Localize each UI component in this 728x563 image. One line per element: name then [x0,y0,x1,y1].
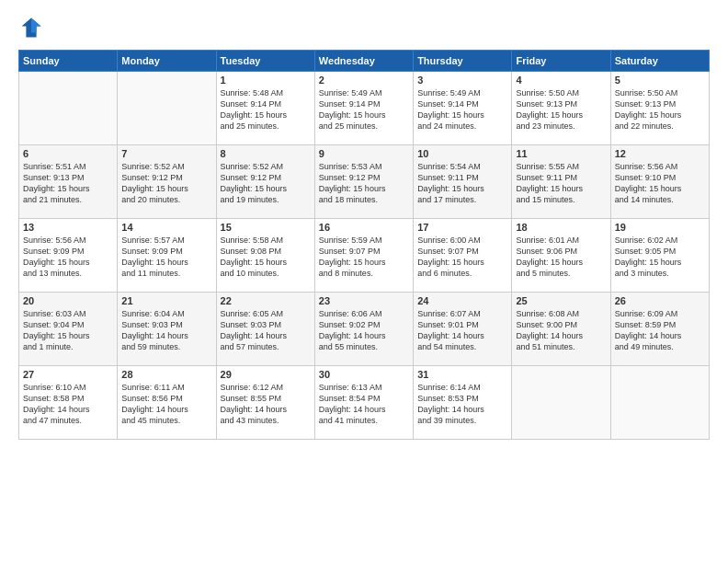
day-number: 14 [121,222,211,233]
col-header-monday: Monday [118,51,216,72]
day-cell: 8Sunrise: 5:52 AM Sunset: 9:12 PM Daylig… [216,145,314,219]
day-info: Sunrise: 6:07 AM Sunset: 9:01 PM Dayligh… [417,308,507,353]
day-info: Sunrise: 6:11 AM Sunset: 8:56 PM Dayligh… [121,382,211,427]
day-cell: 26Sunrise: 6:09 AM Sunset: 8:59 PM Dayli… [610,293,709,366]
day-info: Sunrise: 6:02 AM Sunset: 9:05 PM Dayligh… [615,235,705,280]
col-header-friday: Friday [512,51,610,72]
day-cell: 12Sunrise: 5:56 AM Sunset: 9:10 PM Dayli… [610,145,709,219]
day-number: 2 [319,75,409,86]
day-info: Sunrise: 5:58 AM Sunset: 9:08 PM Dayligh… [221,235,311,280]
day-info: Sunrise: 6:05 AM Sunset: 9:03 PM Dayligh… [221,308,311,353]
day-number: 11 [516,148,606,159]
page: SundayMondayTuesdayWednesdayThursdayFrid… [0,0,728,563]
day-info: Sunrise: 5:53 AM Sunset: 9:12 PM Dayligh… [319,161,409,206]
day-cell: 20Sunrise: 6:03 AM Sunset: 9:04 PM Dayli… [19,293,118,366]
calendar-header-row: SundayMondayTuesdayWednesdayThursdayFrid… [19,51,710,72]
day-number: 28 [121,369,211,380]
day-cell: 30Sunrise: 6:13 AM Sunset: 8:54 PM Dayli… [314,366,413,440]
week-row-4: 20Sunrise: 6:03 AM Sunset: 9:04 PM Dayli… [19,293,710,366]
day-cell: 31Sunrise: 6:14 AM Sunset: 8:53 PM Dayli… [414,366,512,440]
day-number: 5 [615,75,705,86]
day-info: Sunrise: 6:04 AM Sunset: 9:03 PM Dayligh… [121,308,211,353]
day-info: Sunrise: 5:54 AM Sunset: 9:11 PM Dayligh… [417,161,507,206]
col-header-tuesday: Tuesday [216,51,314,72]
day-info: Sunrise: 5:55 AM Sunset: 9:11 PM Dayligh… [516,161,606,206]
day-info: Sunrise: 5:49 AM Sunset: 9:14 PM Dayligh… [417,87,507,132]
col-header-wednesday: Wednesday [314,51,413,72]
day-number: 15 [221,222,311,233]
day-info: Sunrise: 5:59 AM Sunset: 9:07 PM Dayligh… [319,235,409,280]
week-row-3: 13Sunrise: 5:56 AM Sunset: 9:09 PM Dayli… [19,219,710,293]
day-cell: 7Sunrise: 5:52 AM Sunset: 9:12 PM Daylig… [118,145,216,219]
day-info: Sunrise: 6:06 AM Sunset: 9:02 PM Dayligh… [319,308,409,353]
day-info: Sunrise: 5:56 AM Sunset: 9:10 PM Dayligh… [615,161,705,206]
day-info: Sunrise: 5:56 AM Sunset: 9:09 PM Dayligh… [23,235,113,280]
day-number: 18 [516,222,606,233]
day-info: Sunrise: 5:50 AM Sunset: 9:13 PM Dayligh… [615,87,705,132]
day-number: 21 [121,295,211,306]
day-info: Sunrise: 5:49 AM Sunset: 9:14 PM Dayligh… [319,87,409,132]
day-info: Sunrise: 5:50 AM Sunset: 9:13 PM Dayligh… [516,87,606,132]
day-cell: 17Sunrise: 6:00 AM Sunset: 9:07 PM Dayli… [414,219,512,293]
day-number: 10 [417,148,507,159]
day-cell: 19Sunrise: 6:02 AM Sunset: 9:05 PM Dayli… [610,219,709,293]
day-number: 23 [319,295,409,306]
day-cell: 9Sunrise: 5:53 AM Sunset: 9:12 PM Daylig… [314,145,413,219]
day-cell: 23Sunrise: 6:06 AM Sunset: 9:02 PM Dayli… [314,293,413,366]
day-cell [118,72,216,145]
day-number: 1 [221,75,311,86]
day-info: Sunrise: 5:52 AM Sunset: 9:12 PM Dayligh… [221,161,311,206]
day-cell: 21Sunrise: 6:04 AM Sunset: 9:03 PM Dayli… [118,293,216,366]
day-number: 16 [319,222,409,233]
day-number: 7 [121,148,211,159]
day-number: 29 [221,369,311,380]
week-row-1: 1Sunrise: 5:48 AM Sunset: 9:14 PM Daylig… [19,72,710,145]
day-cell: 2Sunrise: 5:49 AM Sunset: 9:14 PM Daylig… [314,72,413,145]
day-cell: 14Sunrise: 5:57 AM Sunset: 9:09 PM Dayli… [118,219,216,293]
header [18,15,710,40]
day-number: 24 [417,295,507,306]
day-info: Sunrise: 5:48 AM Sunset: 9:14 PM Dayligh… [221,87,311,132]
day-info: Sunrise: 6:12 AM Sunset: 8:55 PM Dayligh… [221,382,311,427]
day-number: 30 [319,369,409,380]
day-number: 31 [417,369,507,380]
day-info: Sunrise: 6:09 AM Sunset: 8:59 PM Dayligh… [615,308,705,353]
day-cell: 13Sunrise: 5:56 AM Sunset: 9:09 PM Dayli… [19,219,118,293]
day-number: 13 [23,222,113,233]
day-number: 12 [615,148,705,159]
day-cell: 27Sunrise: 6:10 AM Sunset: 8:58 PM Dayli… [19,366,118,440]
day-cell: 16Sunrise: 5:59 AM Sunset: 9:07 PM Dayli… [314,219,413,293]
col-header-saturday: Saturday [610,51,709,72]
day-number: 27 [23,369,113,380]
day-cell: 18Sunrise: 6:01 AM Sunset: 9:06 PM Dayli… [512,219,610,293]
day-cell: 25Sunrise: 6:08 AM Sunset: 9:00 PM Dayli… [512,293,610,366]
day-cell: 28Sunrise: 6:11 AM Sunset: 8:56 PM Dayli… [118,366,216,440]
day-cell: 1Sunrise: 5:48 AM Sunset: 9:14 PM Daylig… [216,72,314,145]
week-row-5: 27Sunrise: 6:10 AM Sunset: 8:58 PM Dayli… [19,366,710,440]
week-row-2: 6Sunrise: 5:51 AM Sunset: 9:13 PM Daylig… [19,145,710,219]
day-info: Sunrise: 5:57 AM Sunset: 9:09 PM Dayligh… [121,235,211,280]
day-info: Sunrise: 6:10 AM Sunset: 8:58 PM Dayligh… [23,382,113,427]
day-cell: 15Sunrise: 5:58 AM Sunset: 9:08 PM Dayli… [216,219,314,293]
calendar-table: SundayMondayTuesdayWednesdayThursdayFrid… [18,50,710,440]
day-info: Sunrise: 5:52 AM Sunset: 9:12 PM Dayligh… [121,161,211,206]
day-cell [512,366,610,440]
day-number: 20 [23,295,113,306]
day-cell: 11Sunrise: 5:55 AM Sunset: 9:11 PM Dayli… [512,145,610,219]
day-number: 9 [319,148,409,159]
day-number: 17 [417,222,507,233]
day-number: 25 [516,295,606,306]
day-cell: 5Sunrise: 5:50 AM Sunset: 9:13 PM Daylig… [610,72,709,145]
day-info: Sunrise: 6:08 AM Sunset: 9:00 PM Dayligh… [516,308,606,353]
day-number: 3 [417,75,507,86]
day-info: Sunrise: 6:13 AM Sunset: 8:54 PM Dayligh… [319,382,409,427]
day-cell: 24Sunrise: 6:07 AM Sunset: 9:01 PM Dayli… [414,293,512,366]
day-number: 6 [23,148,113,159]
day-info: Sunrise: 6:14 AM Sunset: 8:53 PM Dayligh… [417,382,507,427]
day-cell: 29Sunrise: 6:12 AM Sunset: 8:55 PM Dayli… [216,366,314,440]
logo-icon [18,15,44,40]
day-cell: 3Sunrise: 5:49 AM Sunset: 9:14 PM Daylig… [414,72,512,145]
day-cell: 4Sunrise: 5:50 AM Sunset: 9:13 PM Daylig… [512,72,610,145]
col-header-sunday: Sunday [19,51,118,72]
day-cell: 10Sunrise: 5:54 AM Sunset: 9:11 PM Dayli… [414,145,512,219]
